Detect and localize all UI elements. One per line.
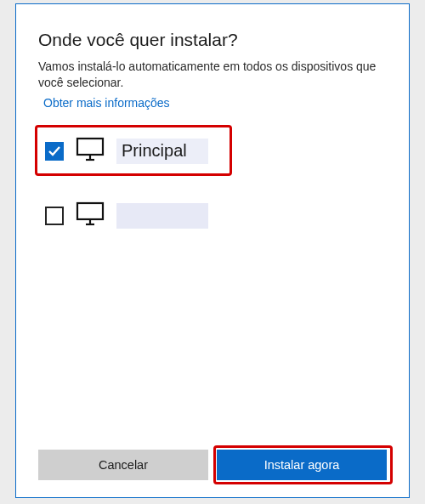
install-dialog: Onde você quer instalar? Vamos instalá-l… (15, 3, 410, 498)
check-icon (48, 144, 61, 158)
device-label (116, 203, 208, 229)
desktop-icon (76, 137, 105, 166)
button-row: Cancelar Instalar agora (38, 450, 387, 480)
dialog-title: Onde você quer instalar? (38, 30, 387, 50)
svg-rect-3 (77, 203, 103, 219)
dialog-subtitle: Vamos instalá-lo automaticamente em todo… (38, 59, 387, 91)
device-label: Principal (116, 139, 208, 164)
cancel-button[interactable]: Cancelar (38, 450, 208, 480)
svg-rect-0 (77, 139, 103, 155)
desktop-icon (76, 201, 105, 230)
more-info-link[interactable]: Obter mais informações (43, 96, 387, 110)
device-checkbox[interactable] (45, 142, 64, 161)
device-list: Principal (38, 127, 387, 241)
device-row-principal[interactable]: Principal (38, 127, 387, 176)
install-button[interactable]: Instalar agora (217, 450, 387, 480)
device-checkbox[interactable] (45, 207, 64, 225)
device-row-second[interactable] (38, 191, 387, 241)
